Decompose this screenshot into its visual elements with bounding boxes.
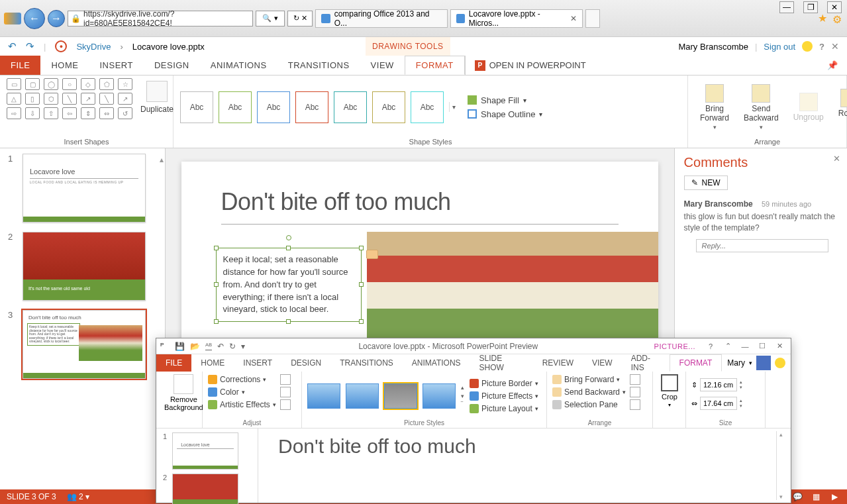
tab-design[interactable]: DESIGN [144,56,200,75]
shape-fill-button[interactable]: Shape Fill▾ [468,95,542,105]
normal-view-icon[interactable]: ▦ [810,492,822,501]
color-button[interactable]: Color▾ [208,387,276,397]
style-more-button[interactable]: ▾ [449,102,458,112]
resize-handle[interactable] [359,246,364,250]
new-comment-button[interactable]: ✎ NEW [684,176,728,190]
preview-tab-addins[interactable]: ADD-INS [622,354,670,372]
tab-file[interactable]: FILE [0,56,40,75]
shape-style-gallery[interactable]: Abc Abc Abc Abc Abc Abc Abc ▾ [180,91,458,123]
picture-style[interactable] [307,383,340,409]
crop-button[interactable]: Crop▾ [658,374,681,408]
forward-button[interactable]: → [48,10,65,27]
picture-style[interactable] [423,383,456,409]
qat-open-icon[interactable]: 📂 [190,342,200,351]
close-webapp-button[interactable]: ✕ [831,41,839,52]
scroll-up-icon[interactable]: ▴ [779,431,783,438]
tab-home[interactable]: HOME [40,56,89,75]
align-icon[interactable] [630,374,640,385]
picture-effects-button[interactable]: Picture Effects▾ [470,391,538,401]
preview-tab-file[interactable]: FILE [156,354,191,372]
height-input[interactable] [700,378,737,391]
help-button[interactable]: ? [819,42,824,52]
reset-picture-icon[interactable] [280,399,291,410]
favorites-icon[interactable]: ★ [818,12,827,25]
spin-down[interactable]: ▾ [740,403,742,409]
preview-tab-review[interactable]: REVIEW [533,354,583,372]
picture-layout-button[interactable]: Picture Layout▾ [470,403,538,414]
slideshow-view-icon[interactable]: ▶ [828,492,840,501]
comment-marker-icon[interactable] [366,250,378,259]
resize-handle[interactable] [214,282,219,287]
shape-outline-button[interactable]: Shape Outline▾ [468,109,542,119]
authors-count[interactable]: 👥 2 ▾ [67,492,89,501]
preview-close-button[interactable]: ✕ [772,341,787,352]
address-bar[interactable]: 🔒 https://skydrive.live.com/?id=680AE5E8… [68,11,253,26]
preview-tab-animations[interactable]: ANIMATIONS [403,354,470,372]
browser-tab-2[interactable]: Locavore love.pptx - Micros... ✕ [450,9,583,28]
selection-pane-button[interactable]: Selection Pane [552,399,626,410]
feedback-icon[interactable] [802,41,813,52]
preview-user-name[interactable]: Mary [727,358,745,368]
resize-handle[interactable] [286,319,291,324]
picture-style[interactable] [384,383,417,409]
resize-handle[interactable] [359,282,364,287]
picture-border-button[interactable]: Picture Border▾ [470,378,538,389]
thumbnail-1[interactable]: 1 Locavore love LOCAL FOOD AND LOCAL EAT… [8,154,157,223]
close-comments-button[interactable]: ✕ [833,154,840,164]
rotate-handle[interactable] [286,235,291,240]
bring-forward-button[interactable]: Bring Forward▾ [552,374,626,385]
scroll-up-icon[interactable]: ▴ [160,155,164,164]
tab-view[interactable]: VIEW [360,56,405,75]
send-backward-button[interactable]: Send Backward▾ [552,387,626,397]
picture-style-more[interactable]: ▴▾‾ [461,384,464,408]
scroll-down-icon[interactable]: ▾ [779,493,783,500]
change-picture-icon[interactable] [280,387,291,397]
preview-tab-insert[interactable]: INSERT [234,354,281,372]
refresh-stop[interactable]: ↻✕ [287,11,313,26]
preview-help-button[interactable]: ? [703,341,718,352]
qat-redo-icon[interactable]: ↻ [229,342,236,351]
redo-button[interactable]: ↷ [26,40,34,52]
qat-more-icon[interactable]: ▾ [241,342,245,351]
powerpoint-preview-window[interactable]: P 💾 📂 ᴬᴮ ↶ ↻ ▾ Locavore love.pptx - Micr… [156,338,791,503]
preview-thumb-2[interactable]: 2 [163,474,251,504]
tab-format[interactable]: FORMAT [405,56,465,75]
spin-up[interactable]: ▴ [740,379,742,385]
comments-view-icon[interactable]: 💬 [791,492,803,501]
collapse-ribbon-button[interactable]: 📌 [818,56,847,75]
bring-forward-button[interactable]: Bring Forward▾ [695,84,734,130]
browser-tab-1[interactable]: comparing Office 2013 and O... [315,9,448,28]
tab-close-icon[interactable]: ✕ [570,14,577,23]
preview-maximize-button[interactable]: ☐ [755,341,770,352]
duplicate-button[interactable]: Duplicate [136,78,177,117]
preview-tab-format[interactable]: FORMAT [670,354,722,372]
qat-spellcheck-icon[interactable]: ᴬᴮ [205,342,212,351]
artistic-effects-button[interactable]: Artistic Effects▾ [208,399,276,410]
preview-canvas[interactable]: Don't bite off too much ▴▾ [258,428,791,503]
tab-transitions[interactable]: TRANSITIONS [277,56,360,75]
rotate-icon[interactable] [630,399,640,410]
close-button[interactable]: ✕ [827,1,842,13]
open-in-powerpoint[interactable]: P OPEN IN POWERPOINT [465,56,595,75]
remove-background-button[interactable]: Remove Background [162,374,206,411]
preview-thumb-1[interactable]: 1 Locavore love [163,432,251,470]
slide-title[interactable]: Don't bite off too much [221,188,619,225]
preview-tab-home[interactable]: HOME [191,354,234,372]
undo-button[interactable]: ↶ [8,40,17,52]
sign-out-link[interactable]: Sign out [764,42,795,52]
resize-handle[interactable] [214,319,219,324]
resize-handle[interactable] [359,319,364,324]
corrections-button[interactable]: Corrections▾ [208,374,276,385]
skydrive-link[interactable]: SkyDrive [76,42,111,52]
settings-icon[interactable]: ⚙ [832,13,843,24]
rotate-button[interactable]: Rotate▾ [833,89,847,126]
picture-style[interactable] [346,383,379,409]
avatar[interactable] [756,356,771,370]
width-input[interactable] [700,397,737,410]
reply-input[interactable] [696,239,828,252]
preview-tab-design[interactable]: DESIGN [281,354,330,372]
preview-minimize-button[interactable]: — [738,341,752,352]
preview-collapse-button[interactable]: ⌃ [721,341,735,352]
restore-button[interactable]: ❐ [803,1,818,13]
qat-save-icon[interactable]: 💾 [175,342,185,351]
